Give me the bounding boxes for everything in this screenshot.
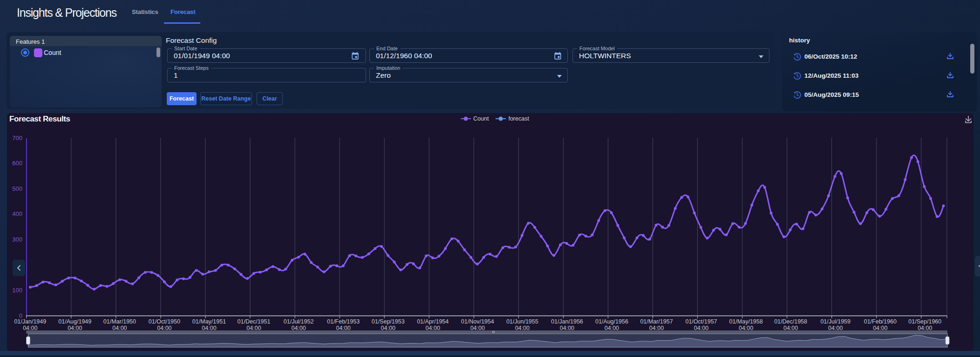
svg-text:04:00: 04:00 (605, 325, 619, 331)
svg-text:04:00: 04:00 (828, 325, 843, 331)
svg-text:01/Jul/1952: 01/Jul/1952 (284, 318, 314, 325)
svg-text:01/Sep/1960: 01/Sep/1960 (908, 318, 941, 325)
svg-text:01/Jan/1956: 01/Jan/1956 (551, 318, 583, 325)
svg-text:01/Feb/1960: 01/Feb/1960 (864, 318, 897, 325)
svg-text:04:00: 04:00 (873, 325, 887, 331)
svg-text:01/Apr/1954: 01/Apr/1954 (417, 318, 449, 325)
svg-text:01/Aug/1949: 01/Aug/1949 (58, 318, 91, 325)
svg-text:01/Nov/1954: 01/Nov/1954 (461, 318, 494, 325)
svg-text:500: 500 (12, 185, 22, 192)
svg-text:01/Jul/1959: 01/Jul/1959 (820, 318, 851, 325)
svg-text:400: 400 (12, 210, 22, 217)
svg-text:04:00: 04:00 (560, 325, 574, 331)
svg-text:04:00: 04:00 (426, 325, 440, 331)
svg-text:04:00: 04:00 (23, 325, 37, 331)
svg-text:04:00: 04:00 (157, 325, 171, 331)
svg-text:04:00: 04:00 (381, 325, 395, 331)
svg-text:01/Mar/1950: 01/Mar/1950 (103, 318, 136, 325)
svg-text:01/Jun/1955: 01/Jun/1955 (506, 318, 538, 325)
svg-text:01/Feb/1953: 01/Feb/1953 (327, 318, 360, 325)
svg-text:01/Sep/1953: 01/Sep/1953 (372, 318, 405, 325)
svg-text:04:00: 04:00 (246, 325, 261, 331)
svg-text:04:00: 04:00 (470, 325, 485, 331)
svg-text:0: 0 (19, 312, 22, 319)
svg-text:300: 300 (12, 236, 22, 243)
svg-text:04:00: 04:00 (739, 325, 753, 331)
svg-text:01/May/1951: 01/May/1951 (192, 318, 226, 325)
svg-text:01/Dec/1951: 01/Dec/1951 (238, 318, 271, 325)
svg-text:01/Aug/1956: 01/Aug/1956 (595, 318, 628, 325)
svg-text:04:00: 04:00 (336, 325, 350, 331)
svg-text:04:00: 04:00 (918, 325, 932, 331)
svg-text:700: 700 (12, 135, 22, 141)
svg-text:01/Oct/1950: 01/Oct/1950 (149, 318, 180, 325)
svg-text:100: 100 (12, 287, 22, 294)
svg-text:01/Oct/1957: 01/Oct/1957 (685, 318, 717, 325)
svg-text:01/May/1958: 01/May/1958 (729, 318, 762, 325)
svg-text:04:00: 04:00 (68, 325, 82, 331)
svg-text:04:00: 04:00 (515, 325, 530, 331)
svg-text:04:00: 04:00 (694, 325, 708, 331)
svg-text:04:00: 04:00 (783, 325, 798, 331)
svg-text:01/Jan/1949: 01/Jan/1949 (14, 318, 46, 325)
svg-text:04:00: 04:00 (202, 325, 216, 331)
svg-text:04:00: 04:00 (649, 325, 664, 331)
svg-text:01/Mar/1957: 01/Mar/1957 (640, 318, 673, 325)
svg-text:04:00: 04:00 (112, 325, 127, 331)
svg-text:01/Dec/1958: 01/Dec/1958 (774, 318, 807, 325)
svg-text:600: 600 (12, 160, 22, 167)
svg-text:04:00: 04:00 (291, 325, 306, 331)
